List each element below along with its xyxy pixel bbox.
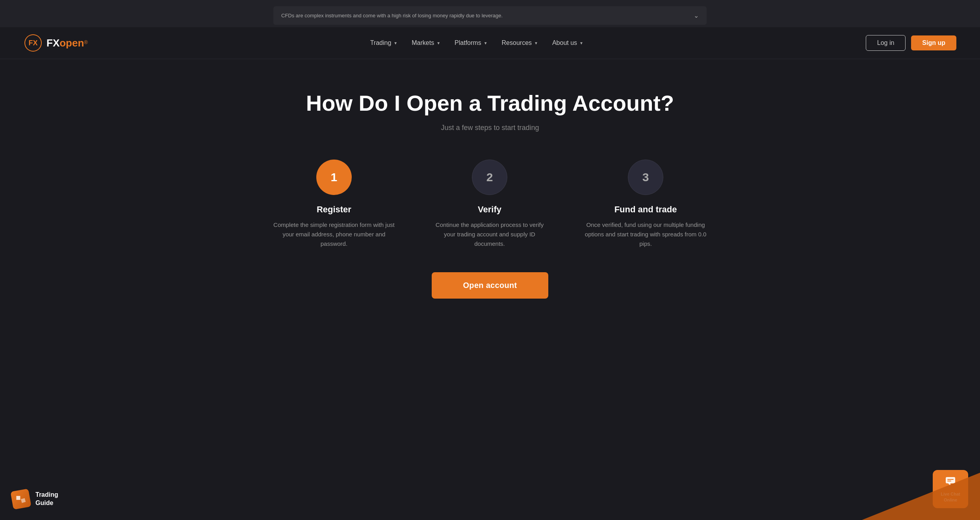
nav-chevron-platforms: ▼ — [484, 41, 488, 45]
svg-rect-8 — [947, 481, 951, 481]
trading-guide-text: Trading Guide — [35, 491, 58, 507]
open-account-button[interactable]: Open account — [432, 272, 549, 299]
svg-rect-4 — [21, 498, 26, 503]
page-subtitle: Just a few steps to start trading — [8, 124, 972, 132]
step-3-circle: 3 — [628, 160, 663, 195]
steps-container: 1 Register Complete the simple registrat… — [273, 160, 707, 249]
svg-rect-3 — [16, 496, 20, 500]
step-2: 2 Verify Continue the application proces… — [434, 160, 545, 249]
nav-item-trading[interactable]: Trading ▼ — [370, 39, 398, 46]
nav-label-resources: Resources — [502, 39, 532, 46]
live-chat-icon — [945, 475, 956, 489]
nav-label-markets: Markets — [412, 39, 434, 46]
warning-chevron-icon[interactable]: ⌄ — [694, 12, 699, 19]
trading-guide-icon — [10, 488, 31, 509]
nav-chevron-markets: ▼ — [436, 41, 440, 45]
nav-item-markets[interactable]: Markets ▼ — [412, 39, 440, 46]
live-chat-widget[interactable]: Live Chat Online — [933, 470, 968, 508]
step-3-description: Once verified, fund using our multiple f… — [585, 220, 707, 249]
header: FX FXopen® Trading ▼ Markets ▼ Platforms… — [0, 27, 980, 59]
main-content: How Do I Open a Trading Account? Just a … — [0, 59, 980, 322]
nav-label-platforms: Platforms — [455, 39, 481, 46]
nav-label-trading: Trading — [370, 39, 392, 46]
nav-item-platforms[interactable]: Platforms ▼ — [455, 39, 487, 46]
live-chat-line2: Online — [944, 498, 957, 502]
nav-item-resources[interactable]: Resources ▼ — [502, 39, 538, 46]
logo-icon: FX — [24, 33, 43, 52]
live-chat-line1: Live Chat — [941, 492, 960, 496]
warning-banner[interactable]: CFDs are complex instruments and come wi… — [273, 6, 707, 25]
login-button[interactable]: Log in — [866, 35, 906, 51]
step-2-title: Verify — [478, 204, 501, 215]
trading-guide-line2: Guide — [35, 499, 58, 507]
nav-label-about-us: About us — [552, 39, 577, 46]
step-1-title: Register — [317, 204, 351, 215]
step-3-title: Fund and trade — [614, 204, 677, 215]
step-2-number: 2 — [486, 171, 493, 184]
svg-text:FX: FX — [28, 39, 37, 47]
trading-guide-widget[interactable]: Trading Guide — [12, 490, 58, 508]
main-nav: Trading ▼ Markets ▼ Platforms ▼ Resource… — [370, 39, 583, 46]
nav-item-about-us[interactable]: About us ▼ — [552, 39, 583, 46]
warning-banner-wrap: CFDs are complex instruments and come wi… — [0, 0, 980, 27]
cta-area: Open account — [8, 272, 972, 299]
step-1-number: 1 — [331, 171, 338, 184]
step-2-description: Continue the application process to veri… — [434, 220, 545, 249]
svg-rect-5 — [946, 477, 955, 483]
step-1: 1 Register Complete the simple registrat… — [273, 160, 395, 249]
trading-guide-line1: Trading — [35, 491, 58, 499]
step-1-description: Complete the simple registration form wi… — [273, 220, 395, 249]
page-title: How Do I Open a Trading Account? — [8, 91, 972, 116]
signup-button[interactable]: Sign up — [911, 35, 956, 50]
warning-text: CFDs are complex instruments and come wi… — [281, 13, 503, 19]
step-3: 3 Fund and trade Once verified, fund usi… — [585, 160, 707, 249]
live-chat-text: Live Chat Online — [939, 491, 962, 503]
step-3-number: 3 — [642, 171, 649, 184]
nav-chevron-trading: ▼ — [393, 41, 397, 45]
nav-chevron-about-us: ▼ — [579, 41, 583, 45]
logo[interactable]: FX FXopen® — [24, 33, 88, 52]
step-1-circle: 1 — [316, 160, 352, 195]
svg-marker-6 — [948, 483, 950, 486]
nav-chevron-resources: ▼ — [534, 41, 538, 45]
header-auth-buttons: Log in Sign up — [866, 35, 956, 51]
logo-wordmark: FXopen® — [46, 37, 88, 49]
step-2-circle: 2 — [472, 160, 507, 195]
svg-rect-7 — [947, 479, 954, 480]
